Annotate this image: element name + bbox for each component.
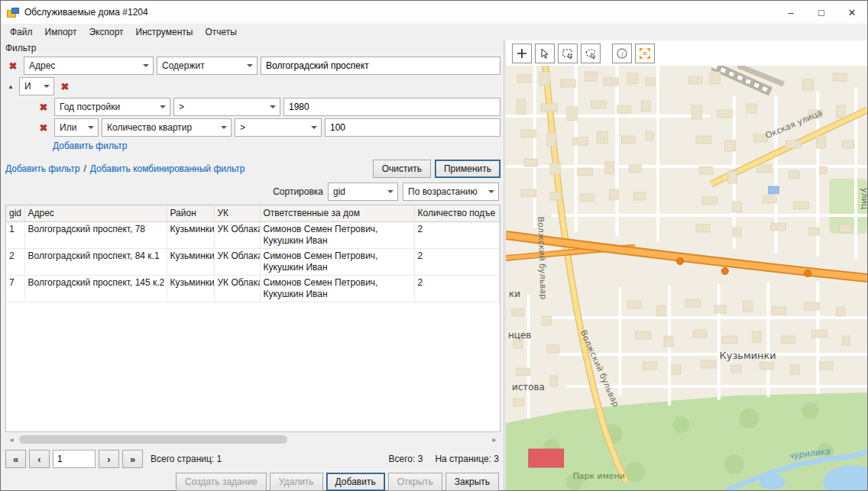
filter-operator-select[interactable]: >: [173, 98, 280, 116]
col-header-uk[interactable]: УК: [214, 205, 260, 221]
window-controls: – □ ✕: [776, 1, 867, 24]
scroll-right-icon[interactable]: ▸: [488, 435, 500, 444]
chevron-down-icon: [44, 85, 50, 88]
plus-icon: [516, 47, 528, 60]
col-header-district[interactable]: Район: [167, 205, 214, 221]
filter-group-row: ▴ И ✖: [5, 77, 500, 95]
map-canvas: Окская улица улиц Волжский бульвар Волжс…: [506, 66, 867, 490]
chevron-down-icon: [143, 64, 149, 67]
menu-item-file[interactable]: Файл: [4, 25, 39, 39]
col-header-entrances[interactable]: Количество подъе: [414, 205, 500, 221]
col-header-address[interactable]: Адрес: [24, 205, 167, 221]
select-rectangle-button[interactable]: [558, 44, 578, 63]
next-page-button[interactable]: ›: [99, 450, 119, 468]
house-marker[interactable]: [677, 258, 684, 265]
menu-item-export[interactable]: Экспорт: [83, 25, 129, 39]
info-button[interactable]: i: [612, 44, 632, 63]
map-label-ki: ки: [509, 289, 520, 299]
total-pages-label: Всего страниц: 1: [151, 454, 222, 464]
chevron-down-icon: [311, 126, 317, 129]
add-button[interactable]: Добавить: [326, 473, 385, 491]
close-dialog-button[interactable]: Закрыть: [445, 473, 499, 491]
chevron-down-icon: [247, 64, 253, 67]
delete-filter-icon[interactable]: ✖: [36, 102, 51, 113]
houses-table: gid Адрес Район УК Ответственные за дом …: [5, 205, 500, 432]
menu-item-reports[interactable]: Отчеты: [199, 25, 242, 39]
col-header-responsible[interactable]: Ответственные за дом: [260, 205, 414, 221]
cell-gid: 7: [6, 275, 24, 302]
delete-filter-icon[interactable]: ✖: [5, 60, 21, 72]
map-label-ulitsa-cut: улиц: [860, 188, 867, 209]
add-filter-link-nested[interactable]: Добавить фильтр: [53, 141, 127, 151]
chevron-down-icon: [88, 126, 94, 129]
filter-actions: Добавить фильтр / Добавить комбинированн…: [5, 160, 500, 178]
delete-filter-icon[interactable]: ✖: [36, 122, 51, 134]
cell-entrances: 2: [414, 221, 500, 248]
left-panel: Фильтр ✖ Адрес Содержит ▴ И ✖ ✖ Год пост…: [1, 40, 504, 490]
cell-uk: УК Облака: [214, 275, 260, 302]
zoom-extent-button[interactable]: [635, 44, 655, 63]
chevron-down-icon: [387, 190, 394, 193]
filter-operator-select[interactable]: Содержит: [157, 57, 257, 75]
cell-entrances: 2: [414, 275, 500, 302]
filter-field-select[interactable]: Год постройки: [54, 98, 170, 116]
add-point-button[interactable]: [512, 44, 532, 63]
filter-field-select[interactable]: Адрес: [24, 57, 154, 75]
sort-label: Сортировка: [273, 186, 323, 197]
scroll-left-icon[interactable]: ◂: [5, 435, 18, 444]
cell-responsible: Симонов Семен Петрович, Кукушкин Иван: [260, 248, 414, 275]
scrollbar-thumb[interactable]: [19, 435, 287, 444]
page-number-input[interactable]: [53, 450, 96, 468]
minimize-button[interactable]: –: [776, 1, 806, 24]
house-marker[interactable]: [805, 270, 811, 277]
map-label-park: Парк имени: [573, 471, 625, 481]
filter-value-input[interactable]: [261, 57, 500, 75]
menu-item-import[interactable]: Импорт: [39, 25, 83, 39]
lasso-select-icon: [585, 47, 597, 60]
horizontal-scrollbar[interactable]: ◂ ▸: [5, 433, 500, 445]
filter-value-input[interactable]: [325, 118, 500, 137]
add-combined-filter-link[interactable]: Добавить комбинированный фильтр: [90, 163, 245, 174]
menu-bar: Файл Импорт Экспорт Инструменты Отчеты: [1, 24, 867, 40]
filter-value-input[interactable]: [283, 98, 500, 116]
collapse-icon[interactable]: ▴: [5, 82, 16, 90]
table-row[interactable]: 1 Волгоградский проспект, 78 Кузьминки У…: [6, 221, 500, 248]
maximize-button[interactable]: □: [806, 1, 837, 24]
close-button[interactable]: ✕: [837, 1, 867, 24]
select-lasso-button[interactable]: [581, 44, 601, 63]
filter-operator-select[interactable]: >: [235, 118, 322, 137]
table-row[interactable]: 2 Волгоградский проспект, 84 к.1 Кузьмин…: [6, 248, 500, 275]
scrollbar-track[interactable]: [18, 434, 488, 444]
delete-button[interactable]: Удалить: [270, 473, 323, 491]
map-label-istova: истова: [512, 382, 545, 392]
sort-field-select[interactable]: gid: [328, 183, 398, 201]
first-page-button[interactable]: «: [5, 450, 26, 468]
row-logic-select[interactable]: Или: [54, 118, 99, 137]
apply-button[interactable]: Применить: [435, 160, 500, 178]
last-page-button[interactable]: »: [122, 450, 143, 468]
cell-responsible: Симонов Семен Петрович, Кукушкин Иван: [260, 275, 414, 302]
cell-district: Кузьминки: [167, 221, 214, 248]
app-icon: [7, 8, 19, 18]
menu-item-tools[interactable]: Инструменты: [130, 25, 199, 39]
clear-button[interactable]: Очистить: [373, 160, 431, 178]
cell-gid: 1: [6, 221, 24, 248]
house-marker[interactable]: [721, 268, 728, 275]
sort-direction-select[interactable]: По возрастанию: [403, 183, 499, 201]
map[interactable]: Окская улица улиц Волжский бульвар Волжс…: [506, 66, 867, 490]
delete-group-icon[interactable]: ✖: [57, 81, 73, 92]
red-building: [529, 449, 564, 467]
cell-district: Кузьминки: [167, 275, 214, 302]
cell-address: Волгоградский проспект, 78: [24, 221, 167, 248]
create-task-button[interactable]: Создать задание: [176, 473, 267, 491]
select-cursor-button[interactable]: [535, 44, 555, 63]
filter-field-select[interactable]: Количество квартир: [102, 118, 232, 137]
cell-district: Кузьминки: [167, 248, 214, 275]
col-header-gid[interactable]: gid: [6, 205, 24, 221]
cell-uk: УК Облака: [214, 221, 260, 248]
open-button[interactable]: Открыть: [388, 473, 442, 491]
table-row[interactable]: 7 Волгоградский проспект, 145 к.2 Кузьми…: [6, 275, 500, 302]
group-logic-select[interactable]: И: [19, 77, 54, 95]
prev-page-button[interactable]: ‹: [29, 450, 50, 468]
add-filter-link[interactable]: Добавить фильтр: [5, 163, 79, 174]
